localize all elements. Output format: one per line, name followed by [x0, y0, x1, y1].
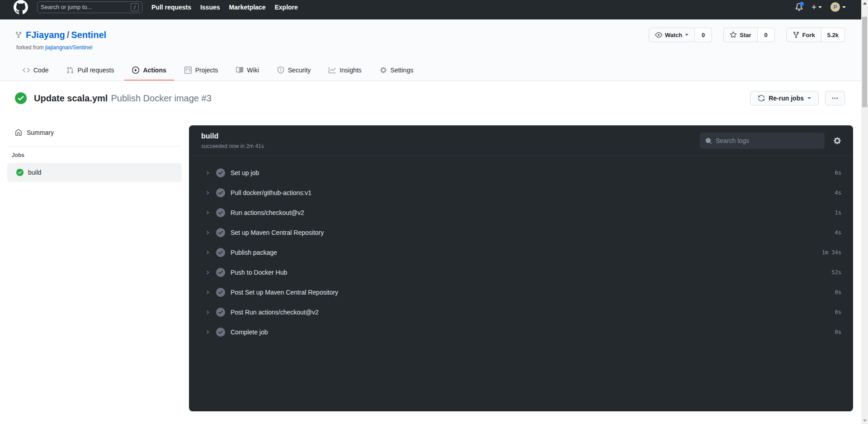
step-row[interactable]: Publish package 1m 34s — [189, 243, 853, 262]
check-circle-icon — [216, 328, 225, 337]
step-name: Publish package — [231, 249, 277, 256]
tab-label: Actions — [143, 67, 166, 74]
check-circle-icon — [16, 169, 24, 176]
step-row[interactable]: Post Run actions/checkout@v2 0s — [189, 302, 853, 322]
nav-link[interactable]: Issues — [200, 4, 220, 11]
watch-button[interactable]: Watch — [649, 28, 695, 42]
check-circle-icon — [216, 308, 225, 317]
step-row[interactable]: Post Set up Maven Central Repository 0s — [189, 282, 853, 302]
fork-label: Fork — [802, 32, 815, 38]
scrollbar-thumb[interactable] — [862, 17, 867, 107]
step-row[interactable]: Pull docker/github-actions:v1 4s — [189, 183, 853, 203]
chevron-down-icon — [818, 6, 822, 8]
gear-icon — [380, 67, 387, 74]
step-name: Complete job — [231, 329, 268, 336]
step-name: Set up job — [231, 169, 259, 176]
step-duration: 1m 34s — [822, 249, 841, 256]
graph-icon — [329, 67, 336, 74]
nav-link[interactable]: Explore — [274, 4, 297, 11]
nav-link[interactable]: Marketplace — [229, 4, 266, 11]
forked-from-link[interactable]: jiajiangnan/Sentinel — [45, 44, 92, 51]
step-duration: 4s — [835, 229, 841, 236]
repo-social-buttons: Watch 0 Star 0 Fork — [649, 28, 845, 42]
tab-pull-requests[interactable]: Pull requests — [59, 61, 122, 81]
play-circle-icon — [132, 67, 139, 74]
create-new-menu[interactable]: + — [811, 3, 822, 11]
chevron-right-icon — [205, 329, 210, 335]
tab-code[interactable]: Code — [15, 61, 56, 81]
tab-label: Pull requests — [77, 67, 114, 74]
check-circle-icon — [216, 248, 225, 257]
more-options-button[interactable] — [825, 91, 845, 105]
star-icon — [730, 31, 737, 38]
tab-security[interactable]: Security — [269, 61, 319, 81]
tab-label: Settings — [391, 67, 414, 74]
job-log-panel: build succeeded now in 2m 41s Set up job — [189, 125, 853, 411]
check-circle-icon — [216, 168, 225, 177]
job-title: build — [201, 132, 264, 140]
star-button[interactable]: Star — [723, 28, 757, 42]
sync-icon — [758, 95, 765, 102]
sidebar-item-summary[interactable]: Summary — [7, 125, 182, 140]
fork-icon — [793, 31, 800, 38]
global-search[interactable]: / — [37, 1, 142, 13]
step-row[interactable]: Set up Maven Central Repository 4s — [189, 223, 853, 243]
fork-count[interactable]: 5.2k — [821, 28, 845, 42]
notifications-button[interactable] — [795, 3, 803, 11]
breadcrumb-separator: / — [65, 30, 71, 40]
tab-wiki[interactable]: Wiki — [228, 61, 266, 81]
star-button-group: Star 0 — [723, 28, 774, 42]
user-menu[interactable]: P — [830, 2, 846, 12]
nav-link[interactable]: Pull requests — [151, 4, 191, 11]
search-icon — [705, 138, 712, 144]
step-row[interactable]: Complete job 0s — [189, 322, 853, 342]
summary-label: Summary — [27, 129, 54, 136]
fork-button[interactable]: Fork — [786, 28, 821, 42]
step-name: Push to Docker Hub — [231, 269, 287, 276]
star-count[interactable]: 0 — [758, 28, 775, 42]
step-duration: 1s — [835, 210, 841, 216]
slash-key-hint: / — [131, 3, 139, 11]
step-name: Post Run actions/checkout@v2 — [231, 309, 319, 316]
step-duration: 0s — [835, 309, 841, 315]
repo-tabs: Code Pull requests Actions Projects Wiki… — [15, 61, 845, 81]
star-label: Star — [740, 32, 751, 38]
chevron-down-icon — [842, 6, 846, 8]
log-search[interactable] — [700, 133, 825, 149]
scrollbar-up-button[interactable] — [861, 0, 868, 7]
log-settings-gear-icon[interactable] — [833, 137, 841, 145]
tab-projects[interactable]: Projects — [177, 61, 226, 81]
chevron-right-icon — [205, 270, 210, 275]
step-row[interactable]: Set up job 6s — [189, 163, 853, 183]
page-scrollbar[interactable] — [861, 0, 868, 424]
log-search-input[interactable] — [716, 137, 819, 144]
step-duration: 0s — [835, 289, 841, 295]
scrollbar-down-button[interactable] — [861, 417, 868, 424]
step-row[interactable]: Push to Docker Hub 52s — [189, 262, 853, 282]
chevron-down-icon — [807, 97, 811, 99]
repo-owner-link[interactable]: FJiayang — [26, 30, 65, 40]
tab-label: Projects — [195, 67, 218, 74]
book-icon — [236, 67, 243, 74]
step-duration: 4s — [835, 190, 841, 196]
unread-notification-dot — [800, 2, 804, 6]
rerun-jobs-button[interactable]: Re-run jobs — [750, 91, 819, 105]
github-logo-icon[interactable] — [14, 0, 28, 14]
step-row[interactable]: Run actions/checkout@v2 1s — [189, 203, 853, 223]
nav-right: + P — [795, 2, 846, 12]
tab-actions[interactable]: Actions — [124, 61, 174, 81]
tab-insights[interactable]: Insights — [321, 61, 369, 81]
chevron-right-icon — [205, 290, 210, 295]
triangle-up-icon — [863, 2, 867, 5]
step-name: Run actions/checkout@v2 — [231, 209, 304, 216]
tab-settings[interactable]: Settings — [372, 61, 421, 81]
repo-name-link[interactable]: Sentinel — [71, 30, 106, 40]
watch-label: Watch — [665, 32, 683, 38]
chevron-right-icon — [205, 210, 210, 215]
run-sidebar: Summary Jobs build — [7, 125, 182, 182]
sidebar-job-build[interactable]: build — [7, 163, 182, 182]
global-search-input[interactable] — [41, 4, 128, 10]
chevron-down-icon — [685, 34, 689, 36]
watch-count[interactable]: 0 — [695, 28, 712, 42]
forked-from-text: forked from — [16, 44, 45, 51]
